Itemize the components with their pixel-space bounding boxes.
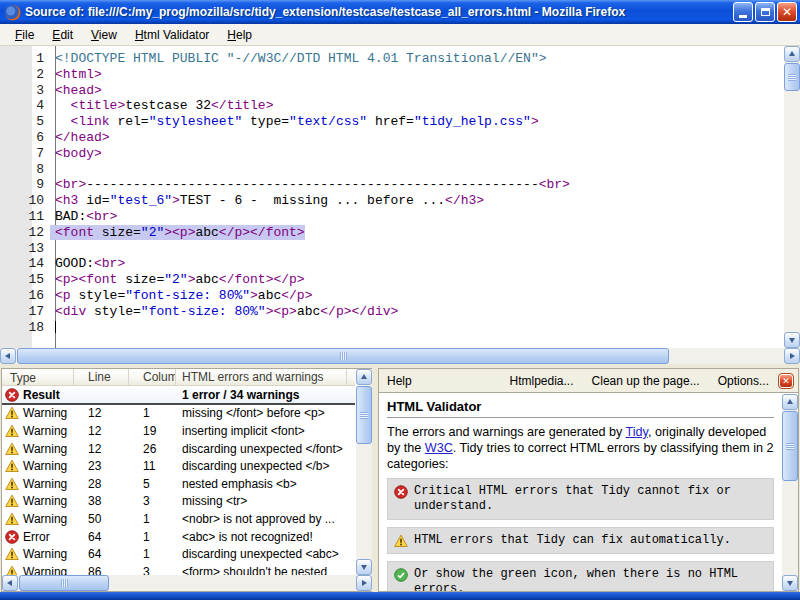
line-cell: 12 <box>74 406 129 420</box>
column-cell: 1 <box>129 530 176 544</box>
column-header-type[interactable]: Type <box>2 369 74 385</box>
window-title: Source of: file:///C:/my_prog/mozilla/sr… <box>25 5 733 19</box>
link-tidy[interactable]: Tidy <box>626 425 648 439</box>
line-number: 6 <box>0 130 50 145</box>
type-cell: Warning <box>2 424 74 438</box>
scroll-left-button[interactable] <box>2 575 18 591</box>
issue-list-panel: TypeLineColumnHTML errors and warnings R… <box>1 368 372 592</box>
source-horizontal-scrollbar[interactable] <box>0 348 800 364</box>
message-cell: discarding unexpected <abc> <box>176 547 347 561</box>
line-number: 2 <box>0 67 50 82</box>
line-cell: 12 <box>74 424 129 438</box>
menu-view[interactable]: View <box>82 26 126 44</box>
code-line: 17<div style="font-size: 80%"><p>abc</p>… <box>0 304 784 320</box>
code-line: 11BAD:<br> <box>0 209 784 225</box>
panel-close-button[interactable]: ✕ <box>779 374 793 388</box>
code-line: 6</head> <box>0 130 784 146</box>
menu-file[interactable]: File <box>6 26 43 44</box>
issues-horizontal-scrollbar[interactable] <box>2 575 372 591</box>
menu-edit[interactable]: Edit <box>43 26 82 44</box>
issues-vertical-scrollbar[interactable] <box>356 369 372 575</box>
menu-html-validator[interactable]: Html Validator <box>126 26 218 44</box>
scrollbar-thumb[interactable] <box>19 575 109 591</box>
scrollbar-thumb[interactable] <box>17 348 669 364</box>
message-cell: <nobr> is not approved by ... <box>176 512 347 526</box>
scroll-down-button[interactable] <box>784 332 800 348</box>
issue-row[interactable]: Warning641discarding unexpected <abc> <box>2 545 355 563</box>
code-text: <div style="font-size: 80%"><p>abc</p></… <box>50 304 398 319</box>
code-text: BAD:<br> <box>50 209 117 224</box>
line-number: 5 <box>0 114 50 129</box>
code-text: <title>testcase 32</title> <box>50 98 273 113</box>
line-cell: 12 <box>74 442 129 456</box>
arrow-down-icon <box>787 581 793 589</box>
result-row[interactable]: Result1 error / 34 warnings <box>2 387 355 405</box>
scroll-right-button[interactable] <box>784 348 800 364</box>
link-w3c[interactable]: W3C <box>425 441 453 455</box>
thumb-grip <box>360 412 368 419</box>
category-list: Critical HTML errors that Tidy cannot fi… <box>387 478 774 591</box>
line-number: 10 <box>0 193 50 208</box>
arrow-left-icon <box>4 580 12 586</box>
button-htmlpedia[interactable]: Htmlpedia... <box>510 374 574 388</box>
issue-row[interactable]: Warning383missing <tr> <box>2 493 355 511</box>
warning-icon <box>5 442 19 456</box>
line-number: 18 <box>0 320 50 335</box>
code-line: 7<body> <box>0 146 784 162</box>
minimize-button[interactable] <box>733 2 753 22</box>
line-number: 17 <box>0 304 50 319</box>
scroll-up-button[interactable] <box>782 394 798 410</box>
line-number: 16 <box>0 288 50 303</box>
validator-toolbar: Help Htmlpedia...Clean up the page...Opt… <box>379 369 798 393</box>
category-text: HTML errors that Tidy can fix automatica… <box>414 533 731 548</box>
validator-vertical-scrollbar[interactable] <box>782 394 798 591</box>
line-cell: 64 <box>74 530 129 544</box>
code-text: <font size="2"><p>abc</p></font> <box>50 225 305 240</box>
column-header-html-errors-and-warnings[interactable]: HTML errors and warnings <box>176 369 347 385</box>
button-clean-up-the-page[interactable]: Clean up the page... <box>592 374 700 388</box>
scrollbar-thumb[interactable] <box>784 63 800 91</box>
issue-row[interactable]: Warning1219inserting implicit <font> <box>2 422 355 440</box>
restore-button[interactable] <box>755 2 775 22</box>
column-header-column[interactable]: Column <box>129 369 176 385</box>
code-text: <p style="font-size: 80%">abc</p> <box>50 288 312 303</box>
window-bottom-border <box>0 592 800 600</box>
scroll-right-button[interactable] <box>356 575 372 591</box>
category-text: Or show the green icon, when there is no… <box>414 567 767 591</box>
issue-row[interactable]: Warning121missing </font> before <p> <box>2 405 355 423</box>
scroll-down-button[interactable] <box>356 559 372 575</box>
scrollbar-thumb[interactable] <box>782 411 798 481</box>
menu-help[interactable]: Help <box>218 26 261 44</box>
button-options[interactable]: Options... <box>718 374 769 388</box>
scrollbar-thumb[interactable] <box>356 386 372 444</box>
arrow-right-icon <box>362 580 370 586</box>
column-cell: 11 <box>129 459 176 473</box>
issue-row[interactable]: Warning1226discarding unexpected </font> <box>2 440 355 458</box>
column-cell: 1 <box>129 406 176 420</box>
issue-row[interactable]: Warning285nested emphasis <b> <box>2 475 355 493</box>
scroll-down-button[interactable] <box>782 575 798 591</box>
type-cell: Warning <box>2 406 74 420</box>
scroll-left-button[interactable] <box>0 348 16 364</box>
issue-row[interactable]: Warning501<nobr> is not approved by ... <box>2 510 355 528</box>
thumb-grip <box>788 74 796 81</box>
issue-row[interactable]: Error641<abc> is not recognized! <box>2 528 355 546</box>
ok-icon <box>394 568 408 582</box>
code-line: 10<h3 id="test_6">TEST - 6 - missing ...… <box>0 193 784 209</box>
arrow-down-icon <box>361 565 367 573</box>
code-line: 4 <title>testcase 32</title> <box>0 98 784 114</box>
type-cell: Warning <box>2 512 74 526</box>
column-header-line[interactable]: Line <box>74 369 129 385</box>
scroll-up-button[interactable] <box>356 369 372 385</box>
scroll-up-button[interactable] <box>784 46 800 62</box>
source-vertical-scrollbar[interactable] <box>784 46 800 348</box>
arrow-down-icon <box>789 338 795 346</box>
thumb-grip <box>61 579 68 587</box>
menu-bar: FileEditViewHtml ValidatorHelp <box>0 24 800 46</box>
issue-row[interactable]: Warning2311discarding unexpected </b> <box>2 457 355 475</box>
column-cell: 3 <box>129 494 176 508</box>
arrow-up-icon <box>787 396 793 404</box>
close-button[interactable]: ✕ <box>777 2 797 22</box>
source-code: 1<!DOCTYPE HTML PUBLIC "-//W3C//DTD HTML… <box>0 46 784 348</box>
firefox-logo-icon <box>4 4 21 21</box>
